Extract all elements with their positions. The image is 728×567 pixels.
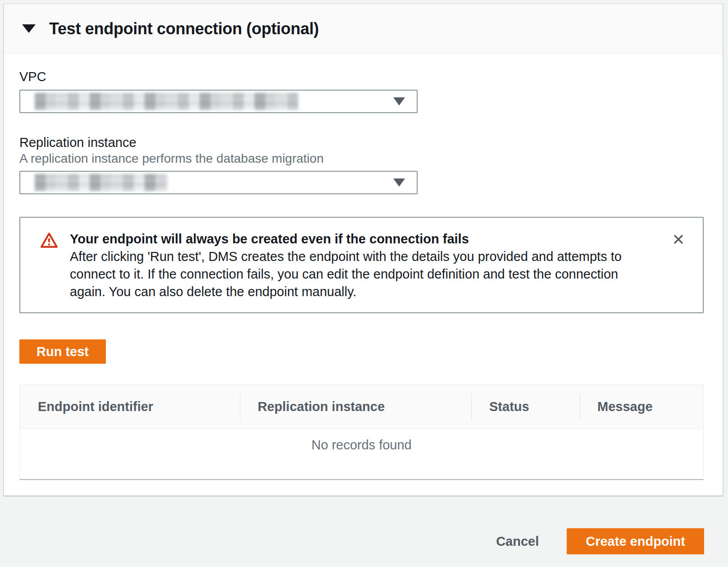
- vpc-field: VPC: [19, 69, 704, 113]
- replication-instance-field: Replication instance A replication insta…: [19, 135, 704, 194]
- caret-down-icon: [393, 97, 405, 105]
- column-divider: [579, 394, 580, 420]
- vpc-select[interactable]: [19, 90, 418, 113]
- cancel-button[interactable]: Cancel: [482, 528, 552, 554]
- dismiss-warning-button[interactable]: [669, 230, 687, 248]
- column-header-label: Message: [597, 399, 653, 414]
- table-header-row: Endpoint identifier Replication instance…: [20, 385, 703, 429]
- redacted-value: [35, 93, 298, 110]
- warning-content: Your endpoint will always be created eve…: [70, 230, 653, 301]
- empty-table-message: No records found: [20, 429, 703, 479]
- column-header-label: Replication instance: [258, 399, 385, 414]
- column-header-message: Message: [579, 385, 703, 429]
- column-header-label: Status: [489, 399, 529, 414]
- replication-instance-label: Replication instance: [19, 135, 704, 150]
- warning-icon: [40, 232, 58, 250]
- column-header-replication-instance: Replication instance: [240, 385, 471, 429]
- footer-actions: Cancel Create endpoint: [482, 528, 704, 554]
- create-endpoint-button[interactable]: Create endpoint: [567, 528, 704, 554]
- page-footer: Cancel Create endpoint: [0, 496, 728, 567]
- replication-instance-description: A replication instance performs the data…: [19, 151, 704, 166]
- run-test-button[interactable]: Run test: [19, 339, 106, 364]
- column-header-label: Endpoint identifier: [38, 399, 153, 414]
- warning-alert: Your endpoint will always be created eve…: [19, 217, 704, 313]
- column-divider: [471, 394, 472, 420]
- column-header-endpoint-identifier: Endpoint identifier: [20, 385, 240, 429]
- replication-instance-select[interactable]: [19, 171, 418, 194]
- column-divider: [240, 394, 241, 420]
- connection-results-table: Endpoint identifier Replication instance…: [19, 384, 704, 480]
- caret-down-icon: [393, 178, 405, 187]
- section-header-toggle[interactable]: Test endpoint connection (optional): [4, 4, 723, 54]
- vpc-label: VPC: [19, 69, 704, 84]
- close-icon: [671, 232, 686, 247]
- column-header-status: Status: [471, 385, 579, 429]
- warning-title: Your endpoint will always be created eve…: [70, 230, 653, 248]
- section-body: VPC Replication instance A replication i…: [4, 54, 723, 480]
- redacted-value: [35, 174, 168, 191]
- warning-body: After clicking 'Run test', DMS creates t…: [70, 248, 653, 301]
- section-title: Test endpoint connection (optional): [49, 19, 319, 38]
- test-endpoint-panel: Test endpoint connection (optional) VPC …: [4, 4, 723, 496]
- triangle-down-icon: [22, 24, 36, 33]
